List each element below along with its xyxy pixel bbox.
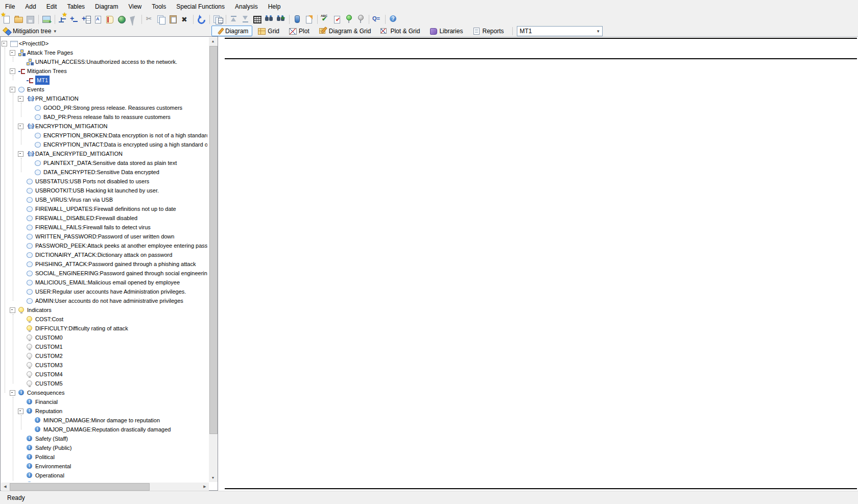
diagram-top-border <box>225 38 857 39</box>
diagram-bottom-border <box>225 488 857 489</box>
event-tree-diagram <box>0 0 858 504</box>
header-bottom-border <box>225 58 857 59</box>
status-text: Ready <box>7 494 25 501</box>
status-bar: Ready <box>0 491 858 504</box>
